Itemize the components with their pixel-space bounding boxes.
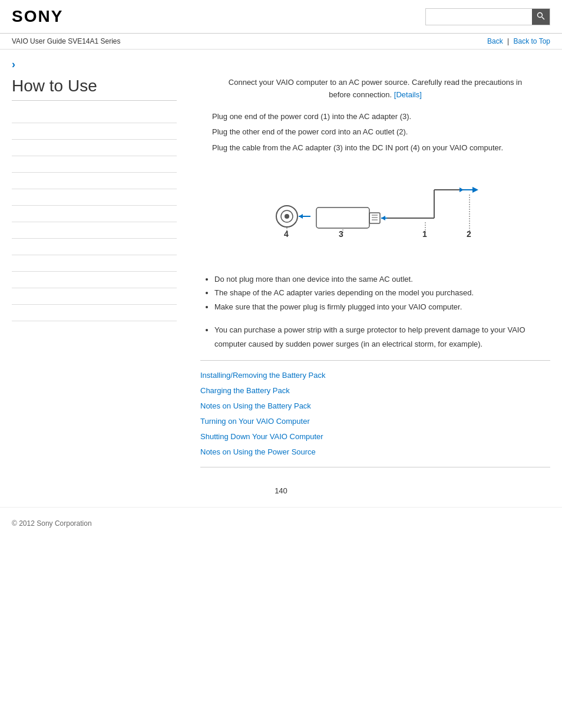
related-link-1[interactable]: Installing/Removing the Battery Pack (200, 368, 550, 383)
sidebar-item-12[interactable] (12, 288, 177, 305)
sidebar-item-6[interactable] (12, 189, 177, 206)
tip-list: You can purchase a power strip with a su… (200, 323, 550, 351)
svg-marker-19 (472, 187, 478, 193)
copyright-text: © 2012 Sony Corporation (12, 519, 92, 528)
intro-text-line1: Connect your VAIO computer to an AC powe… (229, 78, 522, 87)
svg-point-4 (285, 214, 289, 219)
sidebar-item-7[interactable] (12, 206, 177, 222)
sony-logo: SONY (12, 7, 63, 26)
related-links: Installing/Removing the Battery Pack Cha… (200, 368, 550, 460)
related-link-5[interactable]: Shutting Down Your VAIO Computer (200, 429, 550, 444)
sidebar-item-2[interactable] (12, 123, 177, 140)
related-link-2[interactable]: Charging the Battery Pack (200, 383, 550, 398)
sidebar: How to Use (12, 77, 189, 475)
related-link-6[interactable]: Notes on Using the Power Source (200, 444, 550, 460)
sidebar-title: How to Use (12, 77, 177, 101)
related-link-4[interactable]: Turning on Your VAIO Computer (200, 414, 550, 429)
step-2: Plug the other end of the power cord int… (212, 126, 550, 139)
search-button[interactable] (532, 9, 550, 25)
step-1: Plug one end of the power cord (1) into … (212, 111, 550, 123)
sidebar-item-5[interactable] (12, 173, 177, 189)
note-3: Make sure that the power plug is firmly … (214, 300, 550, 314)
diagram-svg: 4 3 1 2 (252, 166, 499, 261)
content-intro: Connect your VAIO computer to an AC powe… (200, 77, 550, 101)
sidebar-item-8[interactable] (12, 222, 177, 239)
page-header: SONY (0, 0, 562, 34)
svg-rect-8 (369, 213, 380, 223)
sidebar-item-1[interactable] (12, 107, 177, 123)
sidebar-item-4[interactable] (12, 156, 177, 173)
svg-marker-6 (299, 214, 303, 219)
search-icon (537, 12, 545, 20)
details-link[interactable]: [Details] (394, 90, 422, 99)
svg-text:4: 4 (284, 229, 289, 239)
svg-text:2: 2 (467, 229, 471, 239)
power-diagram: 4 3 1 2 (252, 166, 499, 261)
back-link[interactable]: Back (487, 37, 503, 45)
search-input[interactable] (426, 10, 532, 23)
note-2: The shape of the AC adapter varies depen… (214, 286, 550, 299)
nav-links: Back | Back to Top (487, 37, 550, 45)
related-link-3[interactable]: Notes on Using the Battery Pack (200, 398, 550, 414)
sidebar-item-11[interactable] (12, 272, 177, 288)
svg-point-0 (538, 12, 543, 17)
nav-separator: | (507, 37, 509, 45)
svg-text:1: 1 (422, 229, 427, 239)
divider-top (200, 360, 550, 361)
svg-rect-7 (316, 207, 369, 228)
search-box (425, 8, 550, 25)
sidebar-item-9[interactable] (12, 239, 177, 255)
guide-title: VAIO User Guide SVE14A1 Series (12, 37, 121, 45)
sidebar-item-13[interactable] (12, 305, 177, 321)
svg-line-1 (542, 17, 544, 19)
divider-bottom (200, 467, 550, 467)
notes-list: Do not plug more than one device into th… (200, 272, 550, 314)
sidebar-item-3[interactable] (12, 140, 177, 156)
svg-marker-13 (381, 216, 385, 220)
step-3: Plug the cable from the AC adapter (3) i… (212, 142, 550, 154)
nav-bar: VAIO User Guide SVE14A1 Series Back | Ba… (0, 34, 562, 50)
main-layout: How to Use Connect your VAIO computer to… (0, 71, 562, 480)
tip-1: You can purchase a power strip with a su… (214, 323, 550, 351)
note-1: Do not plug more than one device into th… (214, 272, 550, 286)
content-area: Connect your VAIO computer to an AC powe… (189, 77, 550, 475)
intro-text-line2: before connection. (329, 90, 392, 99)
breadcrumb-arrow: › (0, 50, 562, 71)
sidebar-item-10[interactable] (12, 255, 177, 272)
footer: © 2012 Sony Corporation (0, 507, 562, 539)
svg-text:3: 3 (339, 229, 343, 239)
svg-marker-17 (459, 187, 464, 192)
page-number: 140 (0, 486, 562, 495)
back-to-top-link[interactable]: Back to Top (514, 37, 550, 45)
